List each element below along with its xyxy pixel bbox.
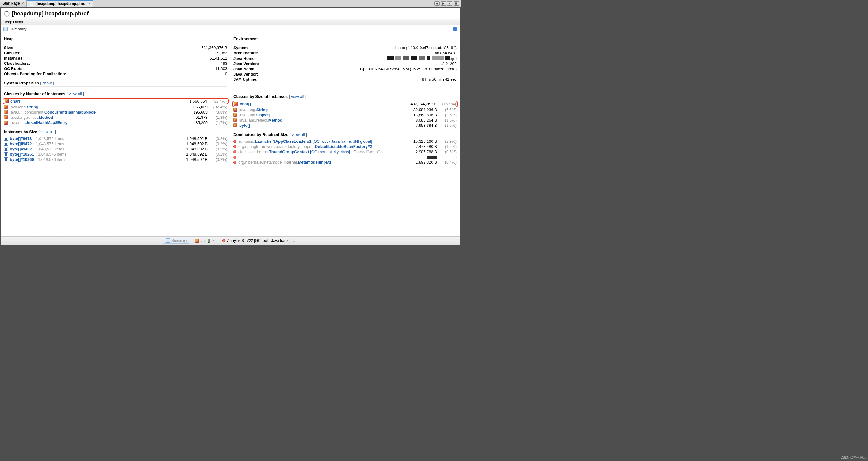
size-value: 1,892,320 B (406, 160, 437, 165)
object-icon (222, 239, 225, 242)
dominator-link[interactable]: class java.beans.ThreadGroupContext [GC … (238, 149, 350, 154)
classes-by-size-list: char[]403,244,360 B(75.9%)java.lang.Stri… (234, 101, 457, 128)
left-column: Heap Size:531,369,376 B Classes:29,983 I… (4, 35, 227, 236)
right-column: Environment SystemLinux (4.19.0-9.el7.uc… (234, 35, 457, 236)
dropdown-tabs-button[interactable]: ▾ (447, 1, 453, 5)
kv-row: Java Name:OpenJDK 64-Bit Server VM (25.2… (234, 66, 457, 71)
kv-row: Objects Pending for Finalization:0 (4, 71, 227, 77)
prev-tab-button[interactable]: ◀ (434, 1, 439, 5)
class-link[interactable]: char[] (240, 102, 251, 106)
list-item[interactable]: byte[]#9472 : 1,048,576 items1,048,592 B… (4, 141, 227, 146)
class-link[interactable]: byte[] (239, 123, 250, 128)
summary-icon (3, 27, 8, 31)
dominator-link[interactable]: sun.misc.Launcher$AppClassLoader#1 [GC r… (238, 139, 372, 144)
kv-label: Objects Pending for Finalization: (4, 71, 127, 77)
java-home-suffix: :/jre (450, 56, 457, 61)
bottom-tab-char[interactable]: char[] × (192, 237, 217, 244)
close-icon[interactable]: × (88, 2, 91, 6)
list-item[interactable]: java.lang.reflect.Method91,878(1.8%) (4, 115, 227, 120)
object-icon (234, 155, 237, 159)
percent-value: (0.2%) (210, 157, 227, 162)
env-table: SystemLinux (4.19.0-9.el7.ucloud.x86_64)… (234, 45, 457, 82)
page-title: [heapdump] heapdump.phrof (12, 10, 89, 17)
list-item[interactable]: org.springframework.beans.factory.suppor… (234, 144, 457, 149)
array-icon (4, 142, 8, 146)
percent-value: (75.9%) (438, 102, 456, 106)
list-item[interactable]: byte[]#9473 : 1,048,576 items1,048,592 B… (4, 136, 227, 141)
list-item[interactable]: char[]1,666,854(32.4%) (3, 98, 228, 104)
list-item[interactable]: java.util.LinkedHashMap$Entry85,299(1.7%… (4, 120, 227, 125)
bottom-tab-arraylist[interactable]: ArrayList$Itr#22 [GC root - Java frame] … (220, 237, 298, 244)
list-item[interactable]: sun.misc.Launcher$AppClassLoader#1 [GC r… (234, 139, 457, 144)
list-item[interactable]: byte[]#10260 : 1,048,576 items1,048,592 … (4, 157, 227, 162)
count-value: 403,244,360 B (406, 102, 436, 106)
tab-start-page[interactable]: Start Page × (0, 0, 27, 7)
percent-value: (0.2%) (210, 142, 227, 146)
kv-label: Java Vendor: (234, 71, 291, 77)
summary-content: Heap Size:531,369,376 B Classes:29,983 I… (1, 33, 460, 236)
list-item[interactable]: byte[]#10261 : 1,048,576 items1,048,592 … (4, 152, 227, 157)
view-all-link[interactable]: view all (291, 94, 304, 99)
list-item[interactable]: byte[]7,953,384 B(1.5%) (234, 123, 457, 128)
class-link[interactable]: java.lang.String (239, 108, 268, 112)
kv-label: JVM Uptime: (234, 77, 291, 82)
class-icon (4, 105, 8, 109)
class-link[interactable]: java.util.concurrent.ConcurrentHashMap$N… (10, 110, 96, 114)
list-item[interactable]: class java.beans.ThreadGroupContext [GC … (234, 149, 457, 154)
kv-value: 0 (127, 71, 227, 77)
class-link[interactable]: java.lang.reflect.Method (10, 115, 53, 120)
instance-link[interactable]: byte[]#9472 (10, 142, 32, 146)
instance-link[interactable]: byte[]#10260 (10, 157, 34, 162)
instance-link[interactable]: byte[]#10261 (10, 152, 34, 156)
dominator-link[interactable]: org.springframework.beans.factory.suppor… (238, 144, 372, 149)
count-value: 13,868,896 B (406, 113, 437, 117)
instances-by-size-heading: Instances by Size [ view all ] (4, 125, 227, 135)
list-item[interactable]: byte[]#9462 : 1,048,576 items1,048,592 B… (4, 146, 227, 152)
count-value: 85,299 (177, 120, 208, 125)
list-item[interactable]: org.hibernate.metamodel.internal.Metamod… (234, 160, 457, 165)
dominator-link[interactable]: org.hibernate.metamodel.internal.Metamod… (238, 160, 331, 165)
list-item[interactable]: java.lang.Object[]13,868,896 B(2.6%) (234, 112, 457, 118)
maximize-tab-button[interactable]: ▣ (454, 1, 459, 5)
class-link[interactable]: java.lang.Object[] (239, 113, 272, 117)
count-value: 91,878 (177, 115, 208, 120)
info-icon[interactable]: i (453, 27, 457, 31)
percent-value: (1.8%) (210, 115, 227, 120)
list-item[interactable]: java.lang.reflect.Method8,085,264 B(1.5%… (234, 118, 457, 123)
kv-value: Linux (4.19.0-9.el7.ucloud.x86_64) (291, 45, 457, 50)
tab-heapdump[interactable]: 📄 [heapdump] heapdump.phrof × (27, 0, 94, 7)
size-value: 1,048,592 B (177, 136, 208, 141)
view-selector[interactable]: Summary ▼ (9, 27, 30, 31)
sysprops-show-link[interactable]: show (42, 81, 52, 85)
bottom-tab-summary[interactable]: Summary (163, 237, 190, 244)
list-item[interactable]: %) (234, 154, 457, 160)
view-all-link[interactable]: view all (292, 132, 305, 137)
view-all-link[interactable]: view all (40, 129, 54, 134)
next-tab-button[interactable]: ▶ (441, 1, 446, 5)
editor-subtab[interactable]: Heap Dump (1, 19, 460, 26)
kv-value: 11,603 (127, 66, 227, 71)
percent-value: (0.2%) (210, 136, 227, 141)
list-item[interactable]: java.lang.String39,984,936 B(7.5%) (234, 107, 457, 112)
close-icon[interactable]: × (22, 1, 24, 5)
list-item[interactable]: char[]403,244,360 B(75.9%) (232, 101, 458, 107)
class-icon (234, 123, 238, 127)
percent-value: (32.4%) (209, 99, 227, 104)
list-item[interactable]: java.util.concurrent.ConcurrentHashMap$N… (4, 110, 227, 115)
summary-icon (166, 238, 170, 243)
kv-label: Java Home: (234, 56, 291, 61)
class-icon (5, 99, 8, 103)
class-link[interactable]: java.lang.reflect.Method (239, 118, 282, 122)
list-item[interactable]: java.lang.String1,666,039(32.4%) (4, 104, 227, 110)
close-icon[interactable]: × (293, 238, 295, 243)
kv-value (291, 71, 457, 77)
instance-link[interactable]: byte[]#9473 (10, 136, 32, 141)
view-all-link[interactable]: view all (69, 91, 82, 96)
bottom-tab-label: char[] (200, 238, 210, 243)
close-icon[interactable]: × (212, 238, 214, 243)
class-link[interactable]: char[] (10, 99, 22, 104)
instance-link[interactable]: byte[]#9462 (10, 147, 32, 151)
subhead-label: Instances by Size (4, 129, 37, 134)
class-link[interactable]: java.util.LinkedHashMap$Entry (10, 120, 67, 125)
class-link[interactable]: java.lang.String (10, 105, 38, 109)
